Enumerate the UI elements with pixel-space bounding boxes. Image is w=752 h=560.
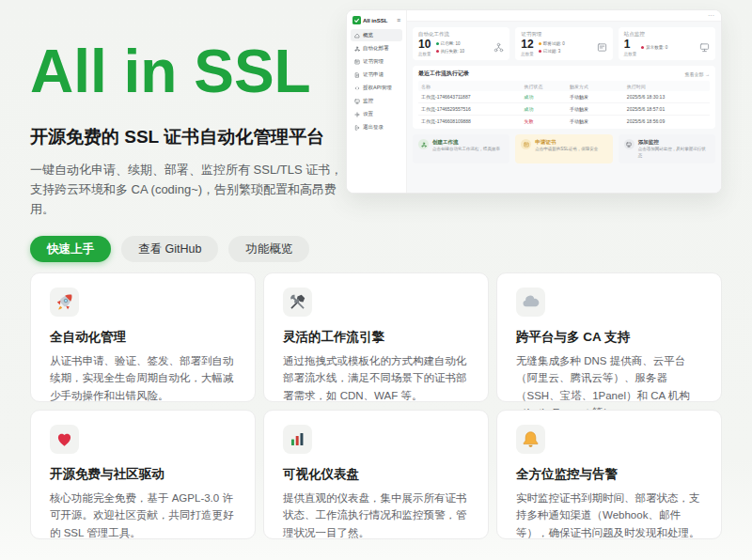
dashboard-screenshot: All inSSL ≡ 概览 自动化部署 证书管理 证书申请 授权API管理 监…: [346, 9, 722, 194]
col-header-status: 执行状态: [524, 84, 570, 89]
feature-grid: 全自动化管理 从证书申请、验证、签发、部署到自动续期，实现全生命周期自动化，大幅…: [30, 272, 722, 539]
status-dot: [436, 42, 439, 45]
sidebar-item-monitor[interactable]: 监控: [351, 95, 402, 107]
sidebar-item-auto-deploy[interactable]: 自动化部署: [351, 42, 402, 54]
action-icon-circle: [521, 139, 531, 149]
sidebar-item-label: 证书管理: [363, 58, 384, 65]
bar-chart-icon: [283, 425, 312, 454]
table-title: 最近工作流执行记录: [418, 70, 469, 78]
logout-icon: [354, 125, 360, 131]
table-header-row: 名称 执行状态 触发方式 执行时间: [418, 81, 710, 91]
table-row: 工作流-1746529557516 成功 手动触发 2025/5/6 18:57…: [418, 103, 710, 116]
table-row: 工作流-1746643711887 成功 手动触发 2025/5/6 18:30…: [418, 91, 710, 103]
feature-title: 跨平台与多 CA 支持: [516, 329, 702, 346]
certificate-icon: [524, 142, 529, 148]
sidebar-item-label: 证书申请: [363, 71, 384, 78]
stat-card-workflows: 自动化工作流 10 总数量 已启用: 10 执行失败: 10: [413, 27, 509, 60]
dashboard-topbar: ···: [407, 10, 721, 22]
action-desc: 点击添加网站监控，及时掌握运行状态: [638, 147, 710, 159]
home-icon: [354, 33, 360, 39]
feature-title: 开源免费与社区驱动: [50, 466, 236, 483]
sidebar-item-api-manage[interactable]: 授权API管理: [351, 82, 402, 94]
cell-time: 2025/5/6 18:56:09: [627, 118, 707, 124]
cell-name: 工作流-1746529557516: [421, 106, 524, 112]
feature-title: 全自动化管理: [50, 329, 236, 346]
feature-desc: 通过拖拽式或模板化的方式构建自动化部署流水线，满足不同场景下的证书部署需求，如 …: [283, 352, 469, 404]
api-key-icon: [354, 86, 360, 91]
gear-icon: [354, 112, 360, 117]
workflow-icon: [421, 142, 427, 148]
action-desc: 点击创建自动化工作流程，提高效率: [432, 147, 500, 153]
action-title: 添加监控: [638, 139, 710, 146]
hero-section: All in SSL 开源免费的 SSL 证书自动化管理平台 一键自动化申请、续…: [30, 41, 346, 262]
quick-actions: 创建工作流 点击创建自动化工作流程，提高效率 申请证书 点击申请新的SSL证书，…: [413, 134, 715, 163]
certificate-icon: [354, 59, 360, 65]
cell-time: 2025/5/6 18:57:01: [627, 106, 707, 112]
app-logo: All inSSL ≡: [351, 15, 402, 29]
col-header-trigger: 触发方式: [570, 84, 627, 89]
heart-icon: [50, 425, 79, 454]
sidebar-item-label: 授权API管理: [363, 85, 392, 91]
sidebar-item-label: 设置: [363, 111, 373, 117]
hero-subtitle: 开源免费的 SSL 证书自动化管理平台: [30, 125, 346, 149]
feature-title: 全方位监控与告警: [516, 466, 702, 483]
rocket-icon: [50, 288, 79, 317]
col-header-name: 名称: [421, 84, 524, 89]
stat-title: 证书管理: [521, 31, 606, 38]
sidebar-item-logout[interactable]: 退出登录: [351, 121, 402, 133]
stat-sub: 已启用: 10: [441, 41, 461, 46]
action-title: 申请证书: [535, 139, 598, 146]
features-overview-button[interactable]: 功能概览: [228, 236, 309, 262]
stat-value: 12: [521, 39, 534, 51]
stat-value-label: 总数量: [624, 52, 637, 56]
logo-text: All inSSL: [363, 18, 387, 23]
workflow-icon: [354, 46, 360, 52]
stat-sub: 已过期: 3: [543, 49, 561, 54]
sidebar-item-label: 退出登录: [363, 124, 384, 131]
feature-desc: 实时监控证书到期时间、部署状态，支持多种通知渠道（Webhook、邮件等），确保…: [516, 490, 702, 541]
stat-value: 10: [418, 39, 431, 51]
monitor-icon: [354, 99, 360, 104]
monitor-icon: [699, 42, 710, 53]
sidebar-item-settings[interactable]: 设置: [351, 108, 402, 120]
monitor-icon: [626, 142, 632, 148]
cell-status: 成功: [524, 94, 570, 100]
stat-value: 1: [624, 39, 637, 51]
workflow-icon: [494, 42, 504, 53]
sidebar-item-overview[interactable]: 概览: [351, 29, 402, 41]
status-dot: [436, 50, 439, 53]
feature-card-automation: 全自动化管理 从证书申请、验证、签发、部署到自动续期，实现全生命周期自动化，大幅…: [30, 272, 256, 402]
action-icon-circle: [418, 139, 429, 149]
add-monitor-card[interactable]: 添加监控 点击添加网站监控，及时掌握运行状态: [619, 134, 715, 163]
feature-desc: 从证书申请、验证、签发、部署到自动续期，实现全生命周期自动化，大幅减少手动操作和…: [50, 352, 236, 404]
page-title: All in SSL: [30, 41, 346, 102]
stat-card-monitors: 站点监控 1 总数量 异常数量: 0: [619, 27, 715, 60]
hero-buttons: 快速上手 查看 GitHub 功能概览: [30, 236, 346, 262]
stat-value-label: 总数量: [418, 52, 431, 56]
sidebar-item-cert-apply[interactable]: 证书申请: [351, 69, 402, 81]
cell-trigger: 手动触发: [570, 118, 627, 124]
logo-icon: [352, 16, 361, 24]
sidebar-item-cert-manage[interactable]: 证书管理: [351, 55, 402, 68]
cell-name: 工作流-1746608109888: [421, 118, 524, 124]
action-desc: 点击申请新的SSL证书，保障安全: [535, 147, 598, 153]
file-icon: [354, 72, 360, 78]
github-button[interactable]: 查看 GitHub: [121, 236, 218, 262]
sidebar-item-label: 自动化部署: [363, 45, 389, 52]
stat-sub: 执行失败: 10: [441, 49, 465, 54]
recent-executions-table: 最近工作流执行记录 查看全部 → 名称 执行状态 触发方式 执行时间 工作流-1…: [413, 66, 715, 129]
hero-description: 一键自动化申请、续期、部署、监控所有 SSL/TLS 证书，支持跨云环境和多 C…: [30, 160, 346, 219]
tools-icon: [283, 288, 312, 317]
stat-value-label: 总数量: [521, 52, 534, 56]
view-all-link[interactable]: 查看全部 →: [685, 71, 710, 77]
cell-trigger: 手动触发: [570, 106, 627, 112]
status-dot: [539, 50, 541, 53]
stat-sub: 异常数量: 0: [646, 45, 667, 50]
cell-name: 工作流-1746643711887: [421, 94, 524, 100]
create-workflow-card[interactable]: 创建工作流 点击创建自动化工作流程，提高效率: [413, 134, 509, 163]
more-icon[interactable]: ···: [708, 12, 714, 19]
menu-toggle-icon[interactable]: ≡: [397, 17, 400, 23]
apply-certificate-card[interactable]: 申请证书 点击申请新的SSL证书，保障安全: [515, 134, 612, 163]
get-started-button[interactable]: 快速上手: [30, 236, 111, 262]
status-dot: [641, 46, 644, 49]
